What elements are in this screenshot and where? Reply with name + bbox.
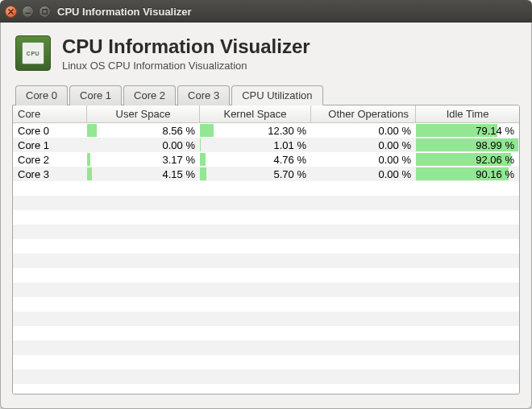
cell-core: Core 1 [13, 138, 87, 152]
table-row-empty [13, 239, 519, 254]
tab-cpu-utilization[interactable]: CPU Utilization [231, 85, 322, 105]
window-buttons [5, 6, 51, 18]
table-row[interactable]: Core 23.17 %4.76 %0.00 %92.06 % [13, 152, 519, 167]
cell-value: 98.99 % [416, 138, 519, 152]
cell-value: 3.17 % [87, 152, 200, 167]
tab-core-2[interactable]: Core 2 [123, 85, 176, 105]
svg-rect-0 [43, 9, 47, 13]
table-row-empty [13, 355, 519, 370]
table-row-empty [13, 196, 519, 210]
chip-label: CPU [22, 42, 44, 64]
tab-panel-cpu-utilization: Core User Space Kernel Space Other Opera… [12, 105, 520, 395]
table-row-empty [13, 341, 519, 355]
cell-core: Core 2 [13, 152, 87, 167]
cell-other: 0.00 % [311, 152, 416, 167]
close-icon[interactable] [5, 6, 17, 18]
cell-value: 12.30 % [200, 123, 311, 138]
table-row-empty [13, 225, 519, 239]
table-row-empty [13, 181, 519, 196]
tab-core-3[interactable]: Core 3 [177, 85, 230, 105]
tab-core-1[interactable]: Core 1 [69, 85, 122, 105]
table-body[interactable]: Core 08.56 %12.30 %0.00 %79.14 %Core 10.… [13, 123, 519, 394]
tab-core-0[interactable]: Core 0 [15, 85, 68, 105]
cell-value: 90.16 % [416, 167, 519, 181]
window-title: CPU Information Visualizer [57, 6, 192, 18]
table-row-empty [13, 268, 519, 283]
cell-value: 79.14 % [416, 123, 519, 138]
cell-value: 92.06 % [416, 152, 519, 167]
cell-value: 8.56 % [87, 123, 200, 138]
window-titlebar: CPU Information Visualizer [0, 0, 532, 23]
tabbar: Core 0Core 1Core 2Core 3CPU Utilization [12, 85, 520, 105]
table-row[interactable]: Core 34.15 %5.70 %0.00 %90.16 % [13, 167, 519, 181]
table-row-empty [13, 370, 519, 384]
page-subtitle: Linux OS CPU Information Visualization [62, 60, 310, 72]
window-body: CPU CPU Information Visualizer Linux OS … [0, 23, 532, 409]
table-row-empty [13, 254, 519, 268]
table-row-empty [13, 312, 519, 326]
cell-value: 0.00 % [87, 138, 200, 152]
col-other[interactable]: Other Operations [311, 105, 416, 122]
col-core[interactable]: Core [13, 105, 87, 122]
col-user[interactable]: User Space [87, 105, 200, 122]
cell-value: 5.70 % [200, 167, 311, 181]
table-header: Core User Space Kernel Space Other Opera… [13, 105, 519, 123]
cell-value: 4.15 % [87, 167, 200, 181]
col-kernel[interactable]: Kernel Space [200, 105, 311, 122]
cell-core: Core 3 [13, 167, 87, 181]
col-idle[interactable]: Idle Time [416, 105, 519, 122]
table-row-empty [13, 297, 519, 312]
table-row-empty [13, 384, 519, 394]
cpu-chip-icon: CPU [15, 35, 51, 71]
minimize-icon[interactable] [22, 6, 34, 18]
cell-other: 0.00 % [311, 167, 416, 181]
header: CPU CPU Information Visualizer Linux OS … [12, 31, 520, 85]
table-row[interactable]: Core 10.00 %1.01 %0.00 %98.99 % [13, 138, 519, 152]
cell-value: 4.76 % [200, 152, 311, 167]
cell-other: 0.00 % [311, 138, 416, 152]
cell-value: 1.01 % [200, 138, 311, 152]
page-title: CPU Information Visualizer [62, 35, 310, 58]
table-row-empty [13, 326, 519, 341]
table-row-empty [13, 283, 519, 297]
title-block: CPU Information Visualizer Linux OS CPU … [62, 35, 310, 72]
maximize-icon[interactable] [39, 6, 51, 18]
cell-other: 0.00 % [311, 123, 416, 138]
table-row[interactable]: Core 08.56 %12.30 %0.00 %79.14 % [13, 123, 519, 138]
table-row-empty [13, 210, 519, 225]
cell-core: Core 0 [13, 123, 87, 138]
